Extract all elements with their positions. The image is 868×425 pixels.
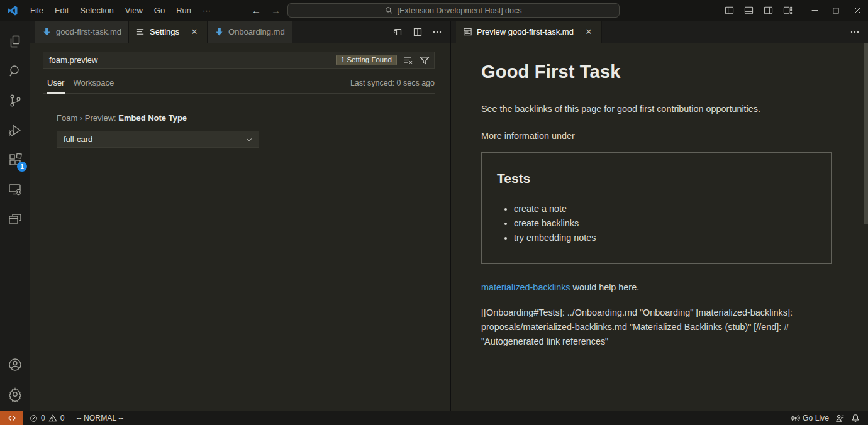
- chevron-down-icon: [245, 136, 253, 143]
- preview-link-line: materialized-backlinks would help here.: [481, 282, 832, 292]
- vscode-logo-icon: [7, 5, 18, 16]
- settings-search-value: foam.preview: [49, 55, 336, 65]
- remote-indicator[interactable]: [0, 411, 23, 425]
- link-suffix-text: would help here.: [570, 282, 640, 292]
- embed-note-type-dropdown[interactable]: full-card: [57, 131, 259, 148]
- tab-label: Onboarding.md: [228, 27, 285, 36]
- menu-view[interactable]: View: [120, 4, 148, 17]
- settings-search-input[interactable]: foam.preview 1 Setting Found: [43, 52, 435, 69]
- panels-icon[interactable]: [0, 204, 30, 233]
- vim-mode-text: -- NORMAL --: [77, 414, 124, 422]
- toggle-panel-icon[interactable]: [742, 3, 756, 18]
- list-item: try embedding notes: [514, 233, 816, 243]
- setting-category: Foam › Preview:: [57, 113, 118, 123]
- markdown-file-icon: [42, 27, 52, 36]
- tab-label: Settings: [150, 27, 179, 36]
- editor-group-left: good-first-task.md Settings ✕ Onboarding…: [30, 21, 451, 411]
- vim-mode-indicator[interactable]: -- NORMAL --: [74, 411, 127, 425]
- menu-selection[interactable]: Selection: [74, 4, 119, 17]
- more-actions-icon[interactable]: [850, 27, 860, 37]
- go-live-label: Go Live: [803, 414, 829, 422]
- explorer-icon[interactable]: [0, 26, 30, 56]
- settings-editor: foam.preview 1 Setting Found User Worksp…: [30, 43, 450, 411]
- error-count: 0: [41, 414, 45, 422]
- link-references-text: [[Onboarding#Tests]: ../Onboarding.md "O…: [481, 306, 832, 348]
- markdown-preview-icon: [463, 27, 472, 36]
- notifications-bell-icon[interactable]: [848, 411, 863, 425]
- nav-forward-icon[interactable]: →: [268, 5, 284, 16]
- close-tab-icon[interactable]: ✕: [583, 26, 594, 38]
- tab-label: good-first-task.md: [56, 27, 121, 36]
- search-icon: [385, 6, 393, 14]
- extensions-icon[interactable]: 1: [0, 145, 30, 174]
- tab-preview-good-first-task[interactable]: Preview good-first-task.md ✕: [456, 21, 602, 43]
- nav-back-icon[interactable]: ←: [248, 5, 264, 16]
- left-tab-bar: good-first-task.md Settings ✕ Onboarding…: [30, 21, 450, 43]
- status-bar: 0 0 -- NORMAL -- Go Live: [0, 411, 868, 425]
- toggle-sidebar-icon[interactable]: [722, 3, 737, 18]
- tab-settings[interactable]: Settings ✕: [129, 21, 208, 43]
- setting-item-embed-note-type: Foam › Preview: Embed Note Type full-car…: [57, 113, 450, 148]
- preview-title: Good First Task: [481, 62, 832, 89]
- embedded-note-title: Tests: [497, 171, 816, 194]
- menu-edit[interactable]: Edit: [49, 4, 74, 17]
- preview-scrollbar[interactable]: [864, 43, 868, 224]
- markdown-file-icon: [214, 27, 224, 36]
- scope-tab-user[interactable]: User: [43, 78, 69, 93]
- materialized-backlinks-link[interactable]: materialized-backlinks: [481, 282, 570, 292]
- tab-good-first-task[interactable]: good-first-task.md: [35, 21, 129, 43]
- minimize-button[interactable]: [804, 0, 825, 21]
- setting-name: Embed Note Type: [118, 113, 187, 123]
- customize-layout-icon[interactable]: [781, 3, 795, 18]
- close-window-button[interactable]: [847, 0, 868, 21]
- activity-bar: 1: [0, 21, 30, 411]
- open-settings-json-icon[interactable]: [393, 27, 403, 37]
- menu-overflow[interactable]: ···: [197, 4, 216, 17]
- editor-group-right: Preview good-first-task.md ✕ Good First …: [451, 21, 868, 411]
- accounts-icon[interactable]: [0, 350, 30, 379]
- extensions-badge: 1: [17, 162, 27, 172]
- list-item: create a note: [514, 204, 816, 214]
- maximize-button[interactable]: [825, 0, 847, 21]
- tab-label: Preview good-first-task.md: [477, 27, 574, 36]
- list-item: create backlinks: [514, 218, 816, 228]
- close-tab-icon[interactable]: ✕: [189, 26, 200, 38]
- setting-label: Foam › Preview: Embed Note Type: [57, 113, 450, 123]
- split-editor-icon[interactable]: [413, 27, 423, 37]
- feedback-icon[interactable]: [832, 411, 848, 425]
- more-actions-icon[interactable]: [432, 27, 442, 37]
- filter-settings-icon[interactable]: [420, 55, 430, 65]
- remote-explorer-icon[interactable]: [0, 174, 30, 204]
- preview-paragraph: See the backlinks of this page for good …: [481, 102, 832, 116]
- dropdown-value: full-card: [64, 135, 92, 144]
- menu-run[interactable]: Run: [170, 4, 197, 17]
- title-bar: File Edit Selection View Go Run ··· ← → …: [0, 0, 868, 21]
- settings-scope-tabs: User Workspace Last synced: 0 secs ago: [43, 69, 435, 94]
- settings-gear-icon[interactable]: [0, 379, 30, 409]
- scope-tab-workspace[interactable]: Workspace: [69, 78, 118, 93]
- toggle-secondary-sidebar-icon[interactable]: [761, 3, 776, 18]
- right-tab-bar: Preview good-first-task.md ✕: [451, 21, 868, 43]
- settings-result-count-badge: 1 Setting Found: [336, 55, 397, 65]
- problems-indicator[interactable]: 0 0: [26, 411, 68, 425]
- run-debug-icon[interactable]: [0, 115, 30, 145]
- last-synced-label: Last synced: 0 secs ago: [350, 79, 435, 93]
- source-control-icon[interactable]: [0, 86, 30, 115]
- tab-onboarding[interactable]: Onboarding.md: [208, 21, 292, 43]
- menu-file[interactable]: File: [25, 4, 49, 17]
- search-view-icon[interactable]: [0, 56, 30, 86]
- command-center-search[interactable]: [Extension Development Host] docs: [287, 3, 620, 18]
- command-center-text: [Extension Development Host] docs: [397, 6, 521, 15]
- settings-editor-icon: [136, 27, 145, 36]
- markdown-preview: Good First Task See the backlinks of thi…: [451, 43, 868, 411]
- embedded-note-card: Tests create a note create backlinks try…: [481, 152, 832, 264]
- clear-settings-search-icon[interactable]: [403, 55, 413, 65]
- menu-go[interactable]: Go: [148, 4, 170, 17]
- preview-paragraph: More information under: [481, 130, 832, 143]
- embedded-note-list: create a note create backlinks try embed…: [497, 204, 816, 243]
- go-live-button[interactable]: Go Live: [788, 411, 832, 425]
- warning-count: 0: [60, 414, 65, 422]
